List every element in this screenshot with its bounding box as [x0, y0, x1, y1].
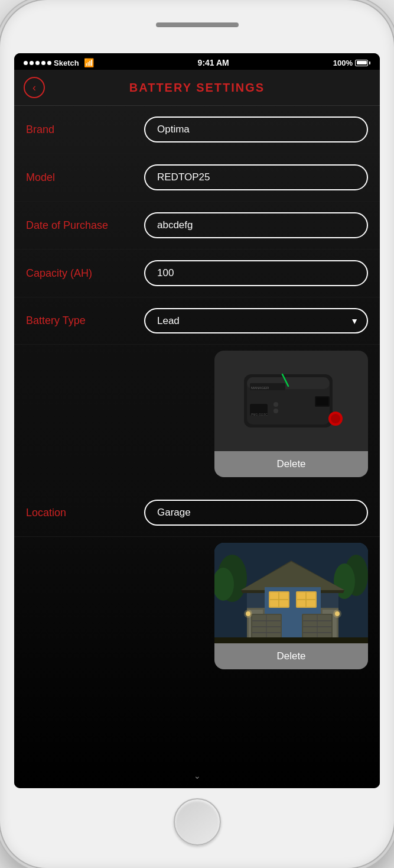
location-row: Location [14, 489, 380, 537]
back-arrow-icon: ‹ [32, 82, 36, 93]
svg-text:PMG-3115C: PMG-3115C [251, 413, 268, 416]
date-input[interactable] [144, 212, 368, 238]
signal-icon [24, 61, 51, 65]
date-row: Date of Purchase [14, 202, 380, 250]
date-label: Date of Purchase [26, 219, 144, 232]
app-header: ‹ BATTERY SETTINGS [14, 70, 380, 106]
svg-point-49 [244, 610, 252, 618]
page-title: BATTERY SETTINGS [45, 81, 349, 95]
screen: Sketch 📶 9:41 AM 100% ‹ BATTERY SETTINGS [14, 53, 380, 788]
phone-speaker [156, 22, 239, 27]
location-input[interactable] [144, 500, 368, 526]
device-image: MANAGER PMG-3115C [214, 351, 368, 451]
house-image [214, 543, 368, 643]
location-image-card: Delete [214, 543, 368, 669]
svg-point-51 [333, 610, 341, 618]
location-label: Location [26, 507, 144, 519]
location-image-row: Delete [14, 537, 380, 681]
capacity-row: Capacity (AH) [14, 250, 380, 297]
battery-icon [355, 60, 370, 66]
svg-rect-5 [273, 402, 278, 407]
status-right: 100% [333, 59, 370, 67]
house-svg [214, 543, 368, 643]
svg-rect-52 [214, 637, 368, 643]
status-bar: Sketch 📶 9:41 AM 100% [14, 53, 380, 70]
brand-row: Brand [14, 106, 380, 154]
device-image-card: MANAGER PMG-3115C Delete [214, 351, 368, 477]
device-svg: MANAGER PMG-3115C [226, 359, 356, 442]
status-time: 9:41 AM [198, 58, 229, 67]
battery-type-select[interactable]: Lead AGM Lithium Gel [144, 308, 368, 333]
back-button[interactable]: ‹ [24, 77, 45, 98]
svg-text:MANAGER: MANAGER [251, 386, 269, 390]
scroll-indicator: ⌄ [194, 771, 201, 780]
svg-point-8 [331, 414, 340, 423]
device-delete-overlay[interactable]: Delete [214, 451, 368, 477]
brand-input[interactable] [144, 116, 368, 142]
device-image-row: MANAGER PMG-3115C Delete [14, 345, 380, 489]
model-label: Model [26, 171, 144, 184]
home-button[interactable] [174, 798, 221, 846]
model-input[interactable] [144, 164, 368, 190]
svg-rect-6 [273, 409, 278, 413]
capacity-label: Capacity (AH) [26, 267, 144, 280]
battery-percent: 100% [333, 59, 353, 67]
battery-type-row: Battery Type Lead AGM Lithium Gel ▼ [14, 297, 380, 345]
location-delete-label: Delete [276, 650, 305, 662]
battery-type-select-wrapper: Lead AGM Lithium Gel ▼ [144, 308, 368, 333]
battery-type-label: Battery Type [26, 315, 144, 327]
svg-rect-10 [316, 397, 328, 406]
capacity-input[interactable] [144, 260, 368, 286]
wifi-icon: 📶 [84, 58, 94, 67]
device-delete-label: Delete [276, 458, 305, 469]
brand-label: Brand [26, 124, 144, 136]
location-delete-overlay[interactable]: Delete [214, 643, 368, 669]
carrier-name: Sketch [54, 59, 79, 67]
content-scroll[interactable]: Brand Model Date of Purchase Capacity (A… [14, 106, 380, 788]
status-left: Sketch 📶 [24, 58, 94, 67]
phone-frame: Sketch 📶 9:41 AM 100% ‹ BATTERY SETTINGS [0, 0, 394, 868]
model-row: Model [14, 154, 380, 202]
